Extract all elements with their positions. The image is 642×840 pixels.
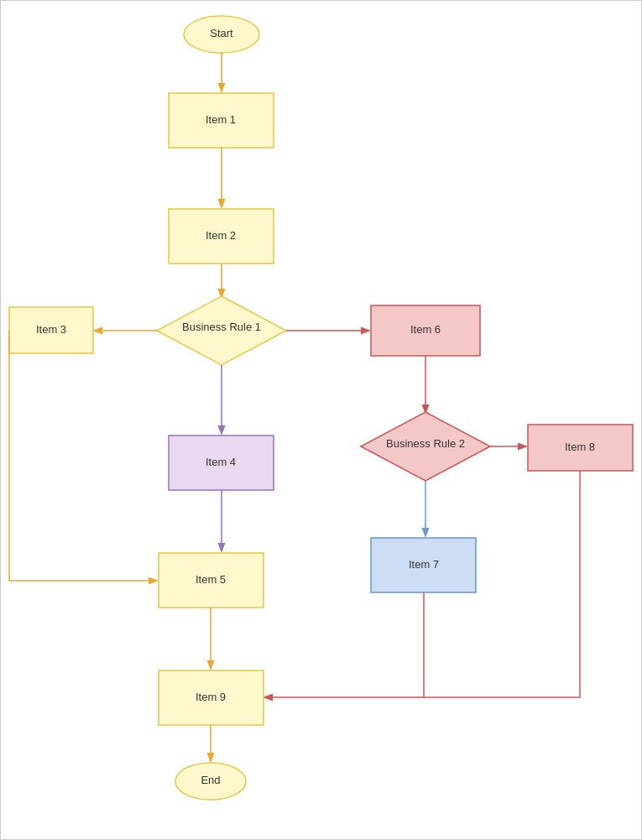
flowchart-svg: Start Item 1 Item 2 Business Rule 1 Item…: [1, 1, 642, 840]
item7-node: [371, 538, 476, 592]
end-node: [175, 763, 246, 800]
business-rule1-node: [157, 296, 286, 365]
business-rule2-node: [361, 412, 490, 481]
item1-node: [169, 93, 274, 148]
item5-node: [159, 553, 264, 608]
item8-node: [528, 425, 633, 471]
item9-node: [159, 670, 264, 725]
item2-node: [169, 209, 274, 263]
item4-node: [169, 436, 274, 490]
item6-node: [371, 305, 480, 356]
item3-node: [9, 307, 93, 353]
arrow-item7-item9: [265, 592, 424, 697]
flowchart-canvas: Start Item 1 Item 2 Business Rule 1 Item…: [0, 0, 642, 840]
arrow-item3-item5: [9, 331, 156, 581]
start-node: [184, 16, 259, 53]
